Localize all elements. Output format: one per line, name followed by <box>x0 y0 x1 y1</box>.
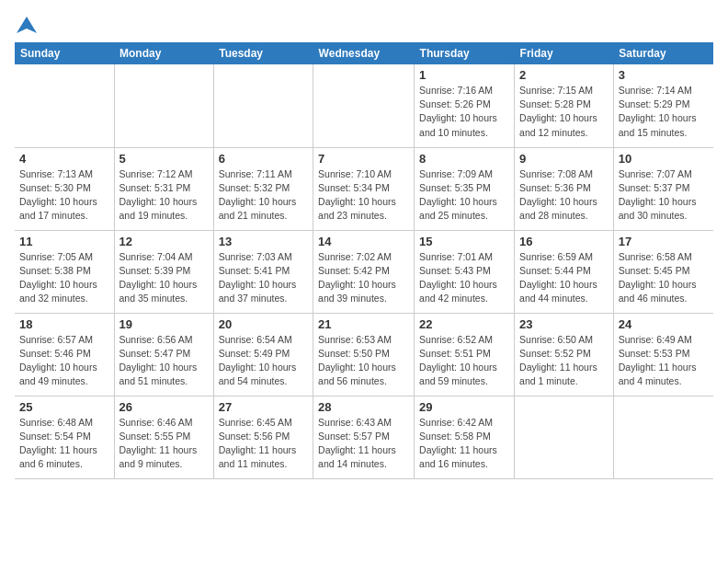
day-info: Sunrise: 6:54 AMSunset: 5:49 PMDaylight:… <box>219 333 308 389</box>
calendar-week-row: 1Sunrise: 7:16 AMSunset: 5:26 PMDaylight… <box>15 64 713 147</box>
day-info: Sunrise: 7:04 AMSunset: 5:39 PMDaylight:… <box>119 250 209 306</box>
day-info: Sunrise: 6:52 AMSunset: 5:51 PMDaylight:… <box>419 333 509 389</box>
calendar-cell: 25Sunrise: 6:48 AMSunset: 5:54 PMDayligh… <box>15 396 114 478</box>
day-info: Sunrise: 6:48 AMSunset: 5:54 PMDaylight:… <box>19 416 109 472</box>
calendar-week-row: 18Sunrise: 6:57 AMSunset: 5:46 PMDayligh… <box>15 313 713 396</box>
calendar-cell: 10Sunrise: 7:07 AMSunset: 5:37 PMDayligh… <box>613 147 713 230</box>
day-info: Sunrise: 7:08 AMSunset: 5:36 PMDaylight:… <box>519 167 609 224</box>
calendar-cell: 8Sunrise: 7:09 AMSunset: 5:35 PMDaylight… <box>415 147 515 230</box>
day-header-tuesday: Tuesday <box>213 42 313 64</box>
logo-bird-icon <box>17 15 37 35</box>
day-number: 12 <box>119 235 209 248</box>
day-header-friday: Friday <box>515 42 614 64</box>
svg-marker-0 <box>17 17 37 33</box>
day-info: Sunrise: 7:11 AMSunset: 5:32 PMDaylight:… <box>219 167 308 224</box>
calendar-cell: 27Sunrise: 6:45 AMSunset: 5:56 PMDayligh… <box>213 396 313 478</box>
calendar-cell: 22Sunrise: 6:52 AMSunset: 5:51 PMDayligh… <box>415 313 515 396</box>
calendar-cell: 17Sunrise: 6:58 AMSunset: 5:45 PMDayligh… <box>613 230 713 313</box>
day-info: Sunrise: 7:16 AMSunset: 5:26 PMDaylight:… <box>419 84 509 140</box>
day-info: Sunrise: 6:49 AMSunset: 5:53 PMDaylight:… <box>619 333 709 389</box>
day-header-saturday: Saturday <box>613 42 713 64</box>
calendar-cell: 13Sunrise: 7:03 AMSunset: 5:41 PMDayligh… <box>213 230 313 313</box>
day-info: Sunrise: 6:57 AMSunset: 5:46 PMDaylight:… <box>19 333 109 389</box>
day-header-wednesday: Wednesday <box>313 42 415 64</box>
calendar-cell <box>213 64 313 147</box>
day-info: Sunrise: 7:12 AMSunset: 5:31 PMDaylight:… <box>119 167 209 224</box>
calendar-cell <box>313 64 415 147</box>
calendar-cell: 7Sunrise: 7:10 AMSunset: 5:34 PMDaylight… <box>313 147 415 230</box>
day-info: Sunrise: 6:43 AMSunset: 5:57 PMDaylight:… <box>318 416 409 472</box>
day-info: Sunrise: 6:46 AMSunset: 5:55 PMDaylight:… <box>119 416 209 472</box>
day-info: Sunrise: 6:42 AMSunset: 5:58 PMDaylight:… <box>419 416 509 472</box>
day-number: 8 <box>419 152 509 166</box>
calendar-cell: 14Sunrise: 7:02 AMSunset: 5:42 PMDayligh… <box>313 230 415 313</box>
day-number: 24 <box>619 317 709 331</box>
day-number: 6 <box>219 152 308 166</box>
calendar-cell: 20Sunrise: 6:54 AMSunset: 5:49 PMDayligh… <box>213 313 313 396</box>
day-number: 13 <box>219 235 308 248</box>
day-number: 1 <box>419 68 509 82</box>
calendar-cell: 2Sunrise: 7:15 AMSunset: 5:28 PMDaylight… <box>515 64 614 147</box>
calendar-cell: 12Sunrise: 7:04 AMSunset: 5:39 PMDayligh… <box>114 230 213 313</box>
day-number: 23 <box>519 317 609 331</box>
calendar-cell: 9Sunrise: 7:08 AMSunset: 5:36 PMDaylight… <box>515 147 614 230</box>
calendar-cell: 26Sunrise: 6:46 AMSunset: 5:55 PMDayligh… <box>114 396 213 478</box>
day-number: 21 <box>318 317 409 331</box>
day-number: 16 <box>519 235 609 248</box>
day-number: 22 <box>419 317 509 331</box>
day-header-monday: Monday <box>114 42 213 64</box>
calendar-cell <box>515 396 614 478</box>
day-info: Sunrise: 7:07 AMSunset: 5:37 PMDaylight:… <box>619 167 709 224</box>
day-number: 7 <box>318 152 409 166</box>
calendar-cell: 28Sunrise: 6:43 AMSunset: 5:57 PMDayligh… <box>313 396 415 478</box>
day-number: 14 <box>318 235 409 248</box>
day-header-sunday: Sunday <box>15 42 114 64</box>
day-number: 3 <box>619 68 709 82</box>
calendar-cell: 21Sunrise: 6:53 AMSunset: 5:50 PMDayligh… <box>313 313 415 396</box>
day-info: Sunrise: 7:01 AMSunset: 5:43 PMDaylight:… <box>419 250 509 306</box>
calendar-cell <box>15 64 114 147</box>
day-header-thursday: Thursday <box>415 42 515 64</box>
day-number: 18 <box>19 317 109 331</box>
calendar-week-row: 4Sunrise: 7:13 AMSunset: 5:30 PMDaylight… <box>15 147 713 230</box>
day-info: Sunrise: 6:53 AMSunset: 5:50 PMDaylight:… <box>318 333 409 389</box>
calendar-cell: 19Sunrise: 6:56 AMSunset: 5:47 PMDayligh… <box>114 313 213 396</box>
day-number: 29 <box>419 400 509 414</box>
day-info: Sunrise: 7:14 AMSunset: 5:29 PMDaylight:… <box>619 84 709 140</box>
page-header <box>15 15 713 31</box>
day-info: Sunrise: 6:56 AMSunset: 5:47 PMDaylight:… <box>119 333 209 389</box>
day-number: 27 <box>219 400 308 414</box>
calendar-cell: 6Sunrise: 7:11 AMSunset: 5:32 PMDaylight… <box>213 147 313 230</box>
day-number: 15 <box>419 235 509 248</box>
day-info: Sunrise: 6:58 AMSunset: 5:45 PMDaylight:… <box>619 250 709 306</box>
calendar-cell: 18Sunrise: 6:57 AMSunset: 5:46 PMDayligh… <box>15 313 114 396</box>
day-number: 10 <box>619 152 709 166</box>
day-number: 2 <box>519 68 609 82</box>
calendar-cell: 23Sunrise: 6:50 AMSunset: 5:52 PMDayligh… <box>515 313 614 396</box>
day-info: Sunrise: 7:10 AMSunset: 5:34 PMDaylight:… <box>318 167 409 224</box>
day-number: 17 <box>619 235 709 248</box>
logo <box>15 15 37 31</box>
day-number: 5 <box>119 152 209 166</box>
calendar-header-row: SundayMondayTuesdayWednesdayThursdayFrid… <box>15 42 713 64</box>
day-info: Sunrise: 7:02 AMSunset: 5:42 PMDaylight:… <box>318 250 409 306</box>
day-number: 9 <box>519 152 609 166</box>
day-number: 25 <box>19 400 109 414</box>
calendar-cell: 3Sunrise: 7:14 AMSunset: 5:29 PMDaylight… <box>613 64 713 147</box>
calendar-week-row: 25Sunrise: 6:48 AMSunset: 5:54 PMDayligh… <box>15 396 713 478</box>
day-info: Sunrise: 7:05 AMSunset: 5:38 PMDaylight:… <box>19 250 109 306</box>
calendar-cell: 16Sunrise: 6:59 AMSunset: 5:44 PMDayligh… <box>515 230 614 313</box>
calendar-week-row: 11Sunrise: 7:05 AMSunset: 5:38 PMDayligh… <box>15 230 713 313</box>
day-number: 19 <box>119 317 209 331</box>
calendar-cell: 11Sunrise: 7:05 AMSunset: 5:38 PMDayligh… <box>15 230 114 313</box>
day-number: 11 <box>19 235 109 248</box>
calendar-cell: 4Sunrise: 7:13 AMSunset: 5:30 PMDaylight… <box>15 147 114 230</box>
calendar-cell: 15Sunrise: 7:01 AMSunset: 5:43 PMDayligh… <box>415 230 515 313</box>
calendar-cell: 24Sunrise: 6:49 AMSunset: 5:53 PMDayligh… <box>613 313 713 396</box>
day-info: Sunrise: 6:59 AMSunset: 5:44 PMDaylight:… <box>519 250 609 306</box>
day-info: Sunrise: 7:09 AMSunset: 5:35 PMDaylight:… <box>419 167 509 224</box>
calendar-cell <box>114 64 213 147</box>
calendar-table: SundayMondayTuesdayWednesdayThursdayFrid… <box>15 42 713 479</box>
calendar-cell: 29Sunrise: 6:42 AMSunset: 5:58 PMDayligh… <box>415 396 515 478</box>
day-info: Sunrise: 7:03 AMSunset: 5:41 PMDaylight:… <box>219 250 308 306</box>
